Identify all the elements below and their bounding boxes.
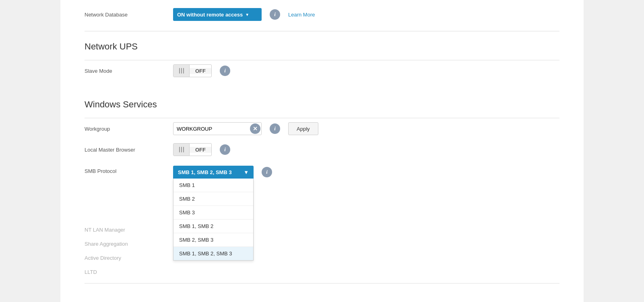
active-directory-row: Active Directory: [85, 251, 559, 265]
slave-mode-label: Slave Mode: [85, 68, 165, 74]
smb-selected-value: SMB 1, SMB 2, SMB 3: [178, 169, 232, 175]
workgroup-input[interactable]: [173, 126, 250, 132]
toggle-lines-icon: [173, 65, 190, 77]
smb-option-3[interactable]: SMB 3: [173, 206, 253, 220]
network-database-section: Network Database ON without remote acces…: [85, 0, 559, 31]
smb-protocol-label: SMB Protocol: [85, 168, 165, 174]
nt-lan-manager-row: NT LAN Manager: [85, 223, 559, 237]
network-database-row: Network Database ON without remote acces…: [85, 4, 559, 25]
smb-protocol-info-icon[interactable]: i: [262, 167, 272, 177]
network-ups-section-header: Network UPS: [85, 31, 559, 58]
workgroup-row: Workgroup ✕ i Apply: [85, 118, 559, 139]
workgroup-label: Workgroup: [85, 126, 165, 132]
smb-protocol-row: SMB Protocol SMB 1, SMB 2, SMB 3 ▼ SMB 1…: [85, 160, 559, 183]
smb-option-2[interactable]: SMB 2: [173, 192, 253, 206]
local-master-browser-label: Local Master Browser: [85, 147, 165, 153]
smb-option-1-2-3[interactable]: SMB 1, SMB 2, SMB 3: [173, 247, 253, 260]
smb-option-2-3[interactable]: SMB 2, SMB 3: [173, 233, 253, 247]
network-database-label: Network Database: [85, 12, 165, 18]
workgroup-info-icon[interactable]: i: [270, 123, 280, 134]
nt-lan-manager-label: NT LAN Manager: [85, 227, 165, 233]
windows-services-section-header: Windows Services: [85, 89, 559, 116]
web-dashboard-divider: [85, 283, 559, 284]
workgroup-clear-button[interactable]: ✕: [250, 123, 260, 134]
chevron-down-icon: ▼: [244, 169, 249, 175]
local-master-browser-info-icon[interactable]: i: [220, 144, 230, 155]
page-container: Network Database ON without remote acces…: [0, 0, 644, 302]
smb-option-1-2[interactable]: SMB 1, SMB 2: [173, 220, 253, 233]
chevron-down-icon: ▼: [245, 12, 249, 17]
smb-dropdown-list: SMB 1 SMB 2 SMB 3 SMB 1, SMB 2 SMB 2, SM…: [173, 179, 254, 261]
smb-dropdown-container: SMB 1, SMB 2, SMB 3 ▼ SMB 1 SMB 2 SMB 3 …: [173, 166, 254, 179]
network-ups-title: Network UPS: [85, 41, 559, 52]
active-directory-label: Active Directory: [85, 255, 165, 261]
workgroup-apply-button[interactable]: Apply: [288, 122, 318, 135]
windows-services-title: Windows Services: [85, 99, 559, 110]
local-master-browser-row: Local Master Browser OFF i: [85, 139, 559, 160]
web-dashboard-section-header: Web Dashboard Services: [85, 292, 559, 302]
network-database-dropdown[interactable]: ON without remote access ▼: [173, 8, 262, 21]
share-aggregation-row: Share Aggregation: [85, 237, 559, 251]
toggle-lines-icon: [173, 144, 190, 156]
slave-mode-toggle[interactable]: OFF: [173, 64, 212, 77]
content-area: Network Database ON without remote acces…: [60, 0, 584, 302]
lltd-row: LLTD: [85, 265, 559, 279]
slave-mode-value: OFF: [190, 68, 211, 74]
slave-mode-info-icon[interactable]: i: [220, 66, 230, 76]
smb-option-1[interactable]: SMB 1: [173, 179, 253, 192]
network-database-info-icon[interactable]: i: [270, 9, 280, 20]
workgroup-input-wrap: ✕: [173, 122, 262, 135]
local-master-browser-value: OFF: [190, 147, 211, 153]
share-aggregation-label: Share Aggregation: [85, 241, 165, 247]
learn-more-link[interactable]: Learn More: [288, 12, 315, 18]
network-database-value: ON without remote access: [177, 12, 243, 18]
smb-protocol-dropdown[interactable]: SMB 1, SMB 2, SMB 3 ▼: [173, 166, 254, 179]
lltd-label: LLTD: [85, 269, 165, 275]
local-master-browser-toggle[interactable]: OFF: [173, 143, 212, 156]
slave-mode-row: Slave Mode OFF i: [85, 60, 559, 81]
